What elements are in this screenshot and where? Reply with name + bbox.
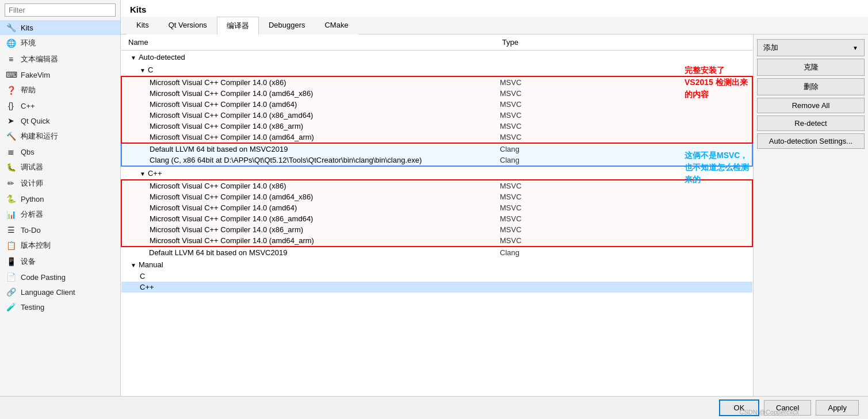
sidebar-label-text-editor: 文本编辑器 (21, 54, 58, 64)
sidebar-item-env[interactable]: 🌐 环境 (0, 35, 120, 51)
content-body: Name Type ▼Auto-detected▼CMicrosoft Visu… (121, 34, 868, 396)
table-row[interactable]: Microsoft Visual C++ Compiler 14.0 (amd6… (121, 191, 752, 202)
table-row[interactable]: Microsoft Visual C++ Compiler 14.0 (x86_… (121, 213, 752, 224)
cancel-button[interactable]: Cancel (764, 400, 811, 416)
table-row[interactable]: C (121, 271, 752, 282)
add-label: 添加 (763, 43, 778, 53)
sidebar-label-debugger: 调试器 (21, 162, 43, 172)
ok-button[interactable]: OK (719, 399, 759, 416)
sidebar-label-qt-quick: Qt Quick (21, 117, 50, 125)
todo-icon: ☰ (6, 225, 16, 235)
help-icon: ❓ (6, 86, 16, 95)
chevron-icon: ▼ (140, 171, 146, 177)
table-group-row: ▼C (121, 63, 752, 76)
sidebar-item-analyzer[interactable]: 📊 分析器 (0, 206, 120, 222)
add-arrow-icon: ▼ (852, 45, 858, 51)
sidebar-label-kits: Kits (21, 24, 33, 32)
sidebar-item-device[interactable]: 📱 设备 (0, 253, 120, 270)
build-run-icon: 🔨 (6, 132, 16, 141)
table-group-row: ▼Manual (121, 258, 752, 271)
sidebar-item-testing[interactable]: 🧪 Testing (0, 299, 120, 314)
table-row[interactable]: Microsoft Visual C++ Compiler 14.0 (amd6… (121, 99, 752, 110)
tab-qt-versions[interactable]: Qt Versions (159, 17, 217, 34)
env-icon: 🌐 (6, 39, 16, 48)
table-row[interactable]: Microsoft Visual C++ Compiler 14.0 (x86_… (121, 121, 752, 132)
qt-quick-icon: ➤ (6, 116, 16, 125)
version-control-icon: 📋 (6, 241, 16, 250)
device-icon: 📱 (6, 257, 16, 266)
table-row[interactable]: Microsoft Visual C++ Compiler 14.0 (amd6… (121, 235, 752, 247)
sidebar-item-kits[interactable]: 🔧 Kits (0, 20, 120, 35)
sidebar-item-build-run[interactable]: 🔨 构建和运行 (0, 128, 120, 144)
sidebar-label-version-control: 版本控制 (21, 240, 51, 251)
testing-icon: 🧪 (6, 302, 16, 312)
sidebar-label-designer: 设计师 (21, 178, 43, 189)
table-row[interactable]: C++ (121, 282, 752, 293)
table-row[interactable]: Microsoft Visual C++ Compiler 14.0 (x86_… (121, 224, 752, 235)
sidebar-item-text-editor[interactable]: ≡ 文本编辑器 (0, 51, 120, 67)
table-row[interactable]: Microsoft Visual C++ Compiler 14.0 (amd6… (121, 132, 752, 143)
compiler-table-area: Name Type ▼Auto-detected▼CMicrosoft Visu… (121, 34, 753, 396)
sidebar: 🔧 Kits 🌐 环境 ≡ 文本编辑器 ⌨ FakeVim ❓ 帮助 {} C+… (0, 0, 121, 396)
sidebar-item-qt-quick[interactable]: ➤ Qt Quick (0, 113, 120, 128)
table-row[interactable]: Microsoft Visual C++ Compiler 14.0 (x86_… (121, 110, 752, 121)
sidebar-item-qbs[interactable]: ≣ Qbs (0, 144, 120, 159)
sidebar-item-debugger[interactable]: 🐛 调试器 (0, 159, 120, 175)
sidebar-label-code-pasting: Code Pasting (21, 273, 66, 282)
tab-cmake[interactable]: CMake (315, 17, 358, 34)
col-type-header: Type (495, 34, 752, 51)
table-group-row: ▼Auto-detected (121, 51, 752, 64)
page-title: Kits (121, 0, 868, 17)
delete-button[interactable]: 删除 (757, 78, 865, 95)
compiler-table: Name Type ▼Auto-detected▼CMicrosoft Visu… (121, 34, 753, 293)
apply-button[interactable]: Apply (816, 400, 859, 416)
sidebar-item-fakevim[interactable]: ⌨ FakeVim (0, 67, 120, 82)
clone-button[interactable]: 克隆 (757, 59, 865, 76)
table-row[interactable]: Microsoft Visual C++ Compiler 14.0 (x86)… (121, 180, 752, 191)
table-row[interactable]: Clang (C, x86 64bit at D:\APPs\Qt\Qt5.12… (121, 155, 752, 166)
col-name-header: Name (121, 34, 495, 51)
chevron-icon: ▼ (140, 67, 146, 74)
tab-kits[interactable]: Kits (127, 17, 159, 34)
chevron-icon: ▼ (131, 55, 136, 61)
code-pasting-icon: 📄 (6, 272, 16, 282)
table-row[interactable]: Default LLVM 64 bit based on MSVC2019Cla… (121, 247, 752, 258)
remove-all-button[interactable]: Remove All (757, 98, 865, 113)
table-row[interactable]: Default LLVM 64 bit based on MSVC2019Cla… (121, 143, 752, 155)
bottom-bar: OK Cancel Apply (0, 396, 868, 419)
tabs-bar: KitsQt Versions编译器DebuggersCMake (121, 17, 868, 34)
tab-compilers[interactable]: 编译器 (217, 17, 259, 34)
table-row[interactable]: Microsoft Visual C++ Compiler 14.0 (amd6… (121, 202, 752, 213)
re-detect-button[interactable]: Re-detect (757, 116, 865, 131)
tab-debuggers[interactable]: Debuggers (259, 17, 315, 34)
add-button[interactable]: 添加 ▼ (757, 39, 865, 56)
sidebar-item-python[interactable]: 🐍 Python (0, 191, 120, 206)
sidebar-item-designer[interactable]: ✏ 设计师 (0, 175, 120, 191)
filter-input[interactable] (5, 3, 116, 17)
sidebar-item-cpp[interactable]: {} C++ (0, 98, 120, 113)
kits-icon: 🔧 (6, 23, 16, 32)
sidebar-label-testing: Testing (21, 303, 44, 312)
sidebar-label-cpp: C++ (21, 102, 35, 110)
sidebar-item-language-client[interactable]: 🔗 Language Client (0, 285, 120, 299)
sidebar-label-device: 设备 (21, 256, 36, 267)
sidebar-item-version-control[interactable]: 📋 版本控制 (0, 237, 120, 253)
sidebar-item-todo[interactable]: ☰ To-Do (0, 222, 120, 237)
cpp-icon: {} (6, 101, 16, 110)
sidebar-label-todo: To-Do (21, 226, 41, 235)
sidebar-item-code-pasting[interactable]: 📄 Code Pasting (0, 270, 120, 285)
sidebar-label-analyzer: 分析器 (21, 209, 43, 220)
sidebar-label-help: 帮助 (21, 85, 36, 95)
debugger-icon: 🐛 (6, 163, 16, 172)
red-annotation-text: 完整安装了VS2015 检测出来的内容 (685, 64, 753, 101)
sidebar-item-help[interactable]: ❓ 帮助 (0, 82, 120, 98)
qbs-icon: ≣ (6, 147, 16, 156)
blue-annotation-text: 这俩不是MSVC， 也不知道怎么检测来的 (685, 149, 753, 186)
sidebar-label-env: 环境 (21, 38, 36, 48)
table-row[interactable]: Microsoft Visual C++ Compiler 14.0 (amd6… (121, 88, 752, 99)
analyzer-icon: 📊 (6, 210, 16, 219)
auto-detection-settings-button[interactable]: Auto-detection Settings... (757, 133, 865, 149)
chevron-icon: ▼ (131, 262, 136, 268)
table-row[interactable]: Microsoft Visual C++ Compiler 14.0 (x86)… (121, 76, 752, 88)
sidebar-label-fakevim: FakeVim (21, 71, 50, 79)
